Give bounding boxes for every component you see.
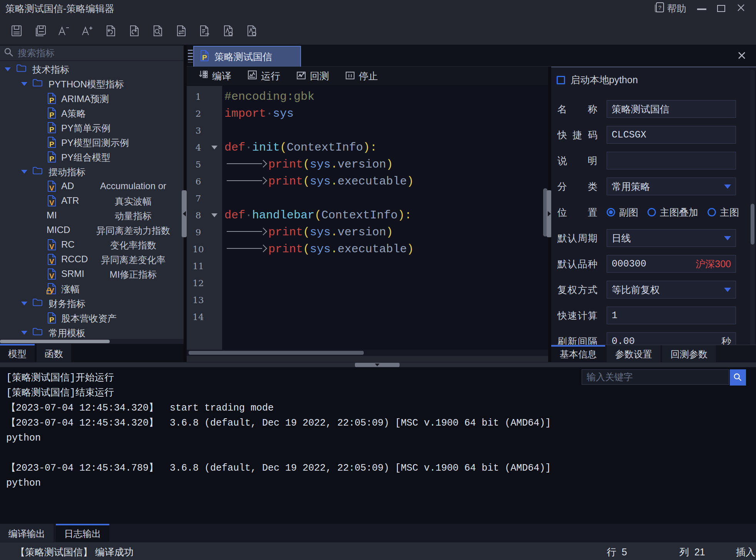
panel-splitter[interactable] bbox=[548, 67, 551, 362]
radio-icon[interactable] bbox=[707, 208, 716, 216]
tree-item[interactable]: VRC变化率指数 bbox=[0, 237, 184, 252]
file-export-icon[interactable] bbox=[198, 24, 211, 37]
code-line: 4def·init(ContextInfo): bbox=[187, 139, 548, 156]
folder-icon bbox=[32, 166, 43, 177]
collapse-left-handle[interactable] bbox=[182, 190, 187, 237]
tree-item[interactable]: PA策略 bbox=[0, 106, 184, 120]
panel-tab-回测参数[interactable]: 回测参数 bbox=[662, 345, 716, 362]
indicator-tree[interactable]: 技术指标PYTHON模型指标PARIMA预测PA策略PPY简单示例PPY模型回测… bbox=[0, 62, 184, 339]
radio-option-主图叠加[interactable]: 主图叠加 bbox=[647, 206, 698, 219]
run-icon bbox=[247, 70, 258, 82]
editor-hscrollbar[interactable] bbox=[187, 350, 548, 356]
script-settings-alt-icon[interactable] bbox=[245, 24, 258, 37]
input-名称[interactable]: 策略测试国信 bbox=[607, 100, 736, 118]
form-row-快捷码: 快捷码CLCSGX bbox=[557, 126, 756, 144]
field-suffix: 沪深300 bbox=[696, 258, 731, 270]
close-tab-icon[interactable] bbox=[737, 50, 747, 60]
editor-action-回测[interactable]: 回测 bbox=[296, 70, 329, 82]
tree-item[interactable]: P股本营收资产 bbox=[0, 310, 184, 325]
redo-icon[interactable] bbox=[127, 24, 140, 37]
statusbar: 【策略测试国信】 编译成功 行 5列 21插入 bbox=[0, 542, 756, 560]
tree-item[interactable]: PPY模型回测示例 bbox=[0, 135, 184, 149]
status-mode: 插入 bbox=[736, 546, 755, 558]
input-快速计算[interactable]: 1 bbox=[607, 307, 736, 324]
code-line: 13 bbox=[187, 292, 548, 309]
help-button[interactable]: ? 帮助 bbox=[654, 2, 686, 15]
file-swap-icon[interactable] bbox=[174, 24, 187, 37]
tree-item[interactable]: 财务指标 bbox=[0, 296, 184, 310]
input-快捷码[interactable]: CLCSGX bbox=[607, 126, 736, 144]
panel-vscrollbar[interactable] bbox=[750, 70, 755, 359]
code-editor[interactable]: 1#encoding:gbk2import·sys34def·init(Cont… bbox=[187, 86, 548, 356]
input-说明[interactable] bbox=[607, 152, 736, 169]
script-settings-icon[interactable] bbox=[221, 24, 234, 37]
tree-item[interactable]: VRCCD异同离差变化率 bbox=[0, 252, 184, 267]
expand-caret-icon[interactable] bbox=[21, 170, 27, 174]
tree-item[interactable]: PARIMA预测 bbox=[0, 91, 184, 106]
local-python-checkbox[interactable] bbox=[557, 76, 565, 84]
tree-item[interactable]: 技术指标 bbox=[0, 62, 184, 76]
editor-action-停止[interactable]: 停止 bbox=[345, 70, 378, 82]
help-icon: ? bbox=[654, 2, 665, 15]
tree-item[interactable]: PPY组合模型 bbox=[0, 149, 184, 164]
chevron-down-icon[interactable] bbox=[724, 288, 731, 292]
tree-item[interactable]: MICD异同离差动力指数 bbox=[0, 223, 184, 237]
expand-caret-icon[interactable] bbox=[5, 67, 11, 71]
sidebar-splitter[interactable] bbox=[184, 45, 187, 362]
undo-icon[interactable] bbox=[104, 24, 117, 37]
search-input[interactable] bbox=[18, 48, 164, 59]
tree-item[interactable]: VADAccumulation or bbox=[0, 179, 184, 193]
tree-item[interactable]: 摆动指标 bbox=[0, 164, 184, 179]
radio-option-主图[interactable]: 主图 bbox=[707, 206, 739, 219]
expand-caret-icon[interactable] bbox=[21, 302, 27, 305]
fold-caret-icon[interactable] bbox=[211, 146, 217, 149]
font-decrease-icon[interactable] bbox=[57, 24, 70, 37]
editor-action-编译[interactable]: 编译 bbox=[198, 70, 231, 82]
vba-file-icon: V bbox=[47, 239, 57, 253]
close-window-button[interactable] bbox=[736, 3, 746, 14]
find-in-file-icon[interactable] bbox=[151, 24, 164, 37]
log-search-button[interactable] bbox=[730, 369, 746, 386]
radio-icon[interactable] bbox=[647, 208, 656, 216]
tree-item[interactable]: VSRMIMI修正指标 bbox=[0, 267, 184, 281]
select-默认周期[interactable]: 日线 bbox=[607, 229, 736, 247]
tree-item[interactable]: VATR真实波幅 bbox=[0, 193, 184, 208]
horizontal-splitter[interactable] bbox=[0, 362, 756, 367]
select-复权方式[interactable]: 等比前复权 bbox=[607, 281, 736, 298]
save-icon[interactable] bbox=[10, 24, 23, 37]
font-increase-icon[interactable] bbox=[80, 24, 94, 37]
sidebar-tab-函数[interactable]: 函数 bbox=[37, 344, 71, 362]
sidebar-tab-模型[interactable]: 模型 bbox=[0, 344, 35, 362]
editor-action-运行[interactable]: 运行 bbox=[247, 70, 280, 82]
select-分类[interactable]: 常用策略 bbox=[607, 178, 736, 195]
radio-icon[interactable] bbox=[607, 208, 615, 216]
tree-item[interactable]: MI动量指标 bbox=[0, 208, 184, 223]
panel-tab-基本信息[interactable]: 基本信息 bbox=[551, 345, 605, 362]
tree-item[interactable]: V涨幅 bbox=[0, 281, 184, 296]
python-file-icon: P bbox=[47, 122, 57, 136]
output-tab-编译输出[interactable]: 编译输出 bbox=[0, 524, 54, 542]
output-tab-日志输出[interactable]: 日志输出 bbox=[56, 524, 109, 542]
chevron-down-icon[interactable] bbox=[724, 184, 731, 189]
maximize-button[interactable] bbox=[717, 5, 725, 12]
indicator-description: 异同离差动力指数 bbox=[85, 225, 181, 237]
save-all-icon[interactable] bbox=[33, 24, 47, 37]
radio-option-副图[interactable]: 副图 bbox=[607, 206, 638, 219]
sidebar-hscrollbar[interactable] bbox=[0, 339, 184, 344]
expand-caret-icon[interactable] bbox=[21, 331, 27, 335]
tree-item[interactable]: 常用模板 bbox=[0, 325, 184, 339]
minimize-button[interactable] bbox=[697, 7, 706, 10]
code-line: 3 bbox=[187, 122, 548, 139]
sidebar-search[interactable] bbox=[0, 45, 184, 61]
tab-list-icon[interactable] bbox=[188, 50, 193, 62]
collapse-down-handle[interactable] bbox=[355, 363, 400, 367]
log-search-input[interactable] bbox=[582, 369, 729, 385]
chevron-down-icon[interactable] bbox=[724, 236, 731, 240]
tree-item[interactable]: PYTHON模型指标 bbox=[0, 76, 184, 91]
panel-tab-参数设置[interactable]: 参数设置 bbox=[607, 345, 661, 362]
input-默认品种[interactable]: 000300沪深300 bbox=[607, 255, 736, 273]
tree-item[interactable]: PPY简单示例 bbox=[0, 120, 184, 135]
expand-caret-icon[interactable] bbox=[21, 82, 27, 86]
editor-tab-active[interactable]: P 策略测试国信 bbox=[193, 46, 301, 67]
fold-caret-icon[interactable] bbox=[211, 213, 217, 217]
